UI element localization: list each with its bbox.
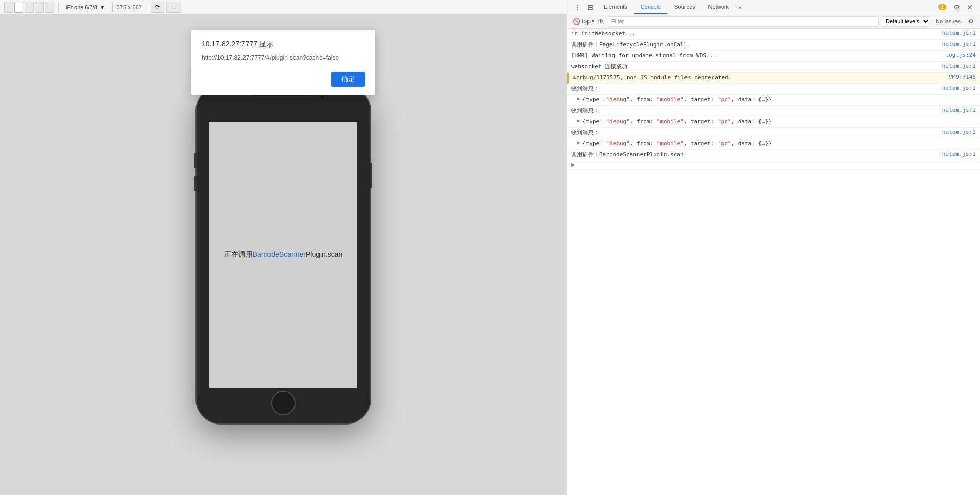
segment-btn-2[interactable] xyxy=(14,2,23,13)
console-line-9: ▶ {type: "debug", from: "mobile", target… xyxy=(567,116,980,128)
console-line-3-file[interactable]: log.js:24 xyxy=(945,52,976,58)
rotate-btn[interactable]: ⟳ xyxy=(151,2,164,13)
console-line-1: in initWebsocket... hatom.js:1 xyxy=(567,29,980,40)
console-line-5-file[interactable]: VM9:7146 xyxy=(949,74,976,80)
console-line-6: 收到消息： hatom.js:1 xyxy=(567,84,980,95)
console-line-8-file[interactable]: hatom.js:1 xyxy=(942,107,976,113)
tab-network[interactable]: Network xyxy=(702,0,735,14)
console-prompt-arrow[interactable]: ▶ xyxy=(571,161,575,168)
segment-btn-5[interactable] xyxy=(45,2,54,13)
console-line-2-file[interactable]: hatom.js:1 xyxy=(942,41,976,48)
console-line-2: 调用插件：PageLifecyclePlugin.onCall hatom.js… xyxy=(567,40,980,51)
toolbar-left-segments xyxy=(4,2,54,13)
console-line-12-content: 调用插件：BarcodeScannerPlugin.scan xyxy=(571,151,938,159)
console-line-8: 收到消息： hatom.js:1 xyxy=(567,106,980,117)
dialog-buttons: 确定 xyxy=(202,72,365,87)
console-output[interactable]: in initWebsocket... hatom.js:1 调用插件：Page… xyxy=(567,29,980,495)
devtools-more-icon[interactable]: ⋮ xyxy=(571,1,583,13)
console-line-12-file[interactable]: hatom.js:1 xyxy=(942,151,976,157)
dialog-overlay: 10.17.82.27:7777 显示 http://10.17.82.27:7… xyxy=(0,14,567,495)
console-line-10: 收到消息： hatom.js:1 xyxy=(567,128,980,139)
console-line-11-content: {type: "debug", from: "mobile", target: … xyxy=(582,139,976,148)
console-settings-button[interactable]: ⚙ xyxy=(966,16,976,27)
more-options-btn[interactable]: ⋮ xyxy=(166,2,181,13)
dimensions-value: 375 × 667 xyxy=(117,4,142,10)
warning-icon[interactable]: 1 xyxy=(937,1,949,13)
tab-sources-label: Sources xyxy=(674,4,695,10)
devtools-settings-icon[interactable]: ⚙ xyxy=(950,1,963,13)
console-line-5-content: crbug/1173575, non-JS module files depre… xyxy=(576,74,945,82)
devtools-panel: ⋮ ⊟ Elements Console Sources Network » 1… xyxy=(567,0,980,495)
dialog-title: 10.17.82.27:7777 显示 xyxy=(202,40,365,49)
dimensions-display: 375 × 667 xyxy=(117,4,142,10)
tab-elements[interactable]: Elements xyxy=(598,0,633,14)
device-selector[interactable]: iPhone 6/7/8 ▼ xyxy=(63,3,108,11)
console-line-7-content: {type: "debug", from: "mobile", target: … xyxy=(582,96,976,104)
expand-icon-2[interactable]: ▶ xyxy=(577,117,580,123)
phone-container: 正在调用BarcodeScannerPlugin.scan 10.17.82.2… xyxy=(0,14,567,495)
devtools-topbar: ⋮ ⊟ Elements Console Sources Network » 1… xyxy=(567,0,980,14)
segment-btn-1[interactable] xyxy=(4,2,13,13)
console-line-1-content: in initWebsocket... xyxy=(571,30,938,38)
tab-network-label: Network xyxy=(708,4,729,10)
warning-count-badge: 1 xyxy=(938,4,946,10)
console-filter-input[interactable] xyxy=(608,16,879,27)
console-line-1-file[interactable]: hatom.js:1 xyxy=(942,30,976,36)
devtools-close-icon[interactable]: ✕ xyxy=(964,1,976,13)
console-line-5-warning: ⚠ crbug/1173575, non-JS module files dep… xyxy=(567,73,980,84)
console-context-label: top xyxy=(582,18,591,25)
expand-icon-1[interactable]: ▶ xyxy=(577,96,580,101)
device-dropdown-icon: ▼ xyxy=(100,4,105,10)
console-line-3-content: [HMR] Waiting for update signal from WDS… xyxy=(571,52,941,60)
console-line-10-file[interactable]: hatom.js:1 xyxy=(942,129,976,135)
console-toolbar: 🚫 top ▼ 👁 Default levels No Issues ⚙ xyxy=(567,14,980,29)
device-name: iPhone 6/7/8 xyxy=(66,4,97,10)
segment-btn-4[interactable] xyxy=(35,2,44,13)
console-line-2-content: 调用插件：PageLifecyclePlugin.onCall xyxy=(571,41,938,50)
console-context-dropdown: ▼ xyxy=(591,19,595,24)
warning-triangle-icon: ⚠ xyxy=(573,74,576,80)
toolbar-divider-3 xyxy=(146,2,146,12)
segment-btn-3[interactable] xyxy=(24,2,34,13)
console-line-3: [HMR] Waiting for update signal from WDS… xyxy=(567,51,980,62)
console-line-8-content: 收到消息： xyxy=(571,107,938,115)
more-tabs-button[interactable]: » xyxy=(736,3,743,11)
console-line-12: 调用插件：BarcodeScannerPlugin.scan hatom.js:… xyxy=(567,150,980,161)
console-line-6-file[interactable]: hatom.js:1 xyxy=(942,85,976,91)
console-levels-select[interactable]: Default levels xyxy=(881,16,930,27)
devtools-dock-icon[interactable]: ⊟ xyxy=(584,1,597,13)
console-line-6-content: 收到消息： xyxy=(571,85,938,93)
console-no-issues-label: No Issues xyxy=(933,17,964,26)
expand-icon-3[interactable]: ▶ xyxy=(577,139,580,145)
browser-toolbar: iPhone 6/7/8 ▼ 375 × 667 ⟳ ⋮ xyxy=(0,0,567,14)
console-line-4-content: websocket 连接成功 xyxy=(571,63,938,72)
dialog-confirm-button[interactable]: 确定 xyxy=(331,72,365,87)
tab-console-label: Console xyxy=(641,4,661,10)
dialog-url: http://10.17.82.27:7777/#/plugin-scan?ca… xyxy=(202,54,365,61)
toolbar-divider-2 xyxy=(112,2,113,12)
console-clear-button[interactable]: 🚫 xyxy=(571,16,581,27)
console-line-10-content: 收到消息： xyxy=(571,129,938,137)
console-line-4: websocket 连接成功 hatom.js:1 xyxy=(567,62,980,73)
console-line-7: ▶ {type: "debug", from: "mobile", target… xyxy=(567,95,980,106)
console-line-4-file[interactable]: hatom.js:1 xyxy=(942,63,976,69)
tab-elements-label: Elements xyxy=(604,4,627,10)
toolbar-divider-1 xyxy=(58,2,59,12)
tab-console[interactable]: Console xyxy=(634,0,667,14)
console-top-selector[interactable]: top ▼ xyxy=(583,16,594,27)
console-line-11: ▶ {type: "debug", from: "mobile", target… xyxy=(567,138,980,150)
console-line-9-content: {type: "debug", from: "mobile", target: … xyxy=(582,117,976,126)
tab-sources[interactable]: Sources xyxy=(668,0,701,14)
alert-dialog: 10.17.82.27:7777 显示 http://10.17.82.27:7… xyxy=(191,30,375,95)
console-eye-button[interactable]: 👁 xyxy=(596,16,606,27)
console-line-13: ▶ xyxy=(567,160,980,170)
